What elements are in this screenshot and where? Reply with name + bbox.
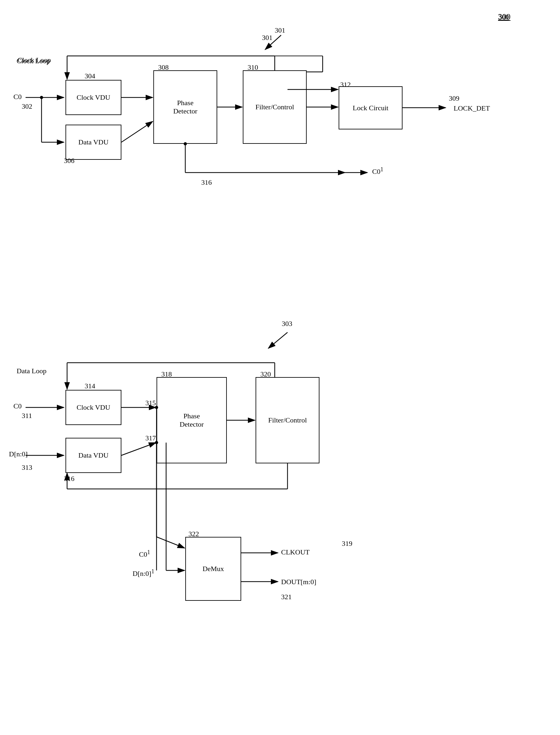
data-vdu-label-data: Data VDU — [78, 451, 108, 460]
phase-detector-box-clk: PhaseDetector — [153, 70, 217, 144]
ref-308: 308 — [158, 63, 169, 72]
data-vdu-label: Data VDU — [78, 138, 108, 146]
ref-301: 301 — [275, 26, 285, 34]
ref-316-clk: 316 — [201, 178, 212, 187]
lock-circuit-label: Lock Circuit — [353, 104, 388, 112]
svg-line-4 — [121, 121, 153, 142]
ref-315: 315 — [145, 399, 156, 407]
filter-control-label-data: Filter/Control — [268, 416, 307, 425]
c01-label-clk: C01 — [372, 166, 383, 176]
svg-point-7 — [40, 96, 43, 99]
c0-label-clk: C0 — [13, 93, 22, 101]
clock-vdu-box-data: Clock VDU — [65, 390, 121, 425]
dn0-label: D[n:0] — [9, 450, 28, 458]
ref-309: 309 — [449, 94, 459, 103]
ref-320: 320 — [260, 370, 271, 379]
filter-control-label-clk: Filter/Control — [256, 103, 294, 111]
ref-322: 322 — [188, 530, 199, 538]
ref-313: 313 — [22, 463, 32, 472]
ref-321: 321 — [281, 593, 292, 601]
diagram-container: 300 301 Clock Loop Clock VDU Data VDU Ph… — [0, 0, 560, 735]
clkout-label: CLKOUT — [281, 548, 310, 556]
svg-line-22 — [121, 443, 156, 456]
phase-detector-label-clk: PhaseDetector — [173, 99, 197, 115]
demux-box: DeMux — [185, 537, 241, 601]
filter-control-box-clk: Filter/Control — [243, 70, 307, 144]
ref-319: 319 — [342, 540, 352, 548]
demux-label: DeMux — [203, 565, 224, 573]
clock-loop-section: Clock Loop — [17, 57, 50, 65]
ref-318: 318 — [161, 370, 172, 379]
dn01-label-data: D[n:0]1 — [133, 568, 154, 578]
lock-circuit-box: Lock Circuit — [339, 86, 403, 129]
lock-det-label: LOCK_DET — [454, 104, 490, 112]
ref-316-data: 316 — [64, 475, 74, 483]
ref-314: 314 — [85, 382, 95, 390]
filter-control-box-data: Filter/Control — [256, 377, 319, 463]
ref-310: 310 — [248, 63, 258, 72]
phase-detector-box-data: PhaseDetector — [157, 377, 227, 463]
clock-vdu-label: Clock VDU — [77, 93, 110, 102]
data-loop-section: Data Loop — [17, 367, 46, 375]
ref-311: 311 — [22, 412, 32, 420]
clock-loop-arrow-ref: 301 — [262, 34, 272, 42]
phase-detector-label-data: PhaseDetector — [180, 412, 204, 429]
ref-304: 304 — [85, 72, 95, 80]
ref-303: 303 — [282, 319, 292, 328]
ref-306: 306 — [64, 157, 74, 165]
fig-ref-300: 300 — [498, 12, 510, 22]
svg-line-39 — [268, 332, 288, 348]
ref-302: 302 — [22, 102, 32, 111]
c0-label-data: C0 — [13, 402, 22, 410]
data-vdu-box-data: Data VDU — [65, 438, 121, 473]
svg-line-33 — [157, 537, 185, 548]
dout-label: DOUT[m:0] — [281, 578, 316, 586]
clock-vdu-label-data: Clock VDU — [77, 403, 110, 412]
data-vdu-box: Data VDU — [65, 125, 121, 160]
c01-label-data: C01 — [139, 549, 150, 559]
ref-312: 312 — [340, 80, 351, 89]
ref-317: 317 — [145, 434, 156, 442]
clock-vdu-box: Clock VDU — [65, 80, 121, 115]
